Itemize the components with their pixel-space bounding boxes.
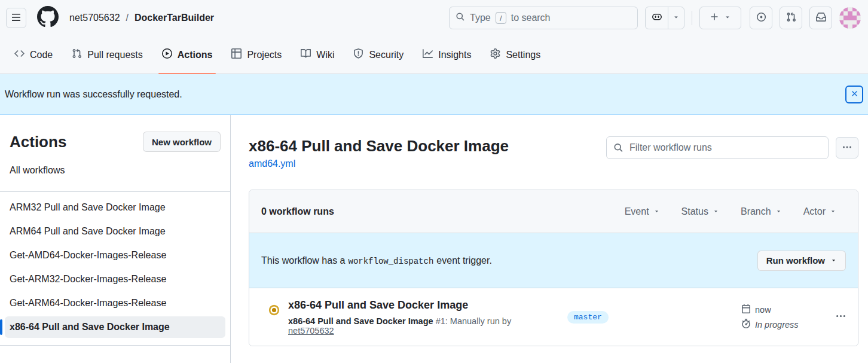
header-divider [692, 11, 692, 25]
new-workflow-button[interactable]: New workflow [143, 132, 221, 152]
run-branch-col: master [559, 311, 741, 324]
tab-label: Settings [506, 50, 540, 60]
tab-label: Insights [438, 50, 471, 60]
tab-actions[interactable]: Actions [156, 36, 219, 74]
breadcrumb: net5705632 / DockerTarBuilder [69, 13, 214, 23]
breadcrumb-separator: / [126, 13, 129, 23]
run-actor-link[interactable]: net5705632 [288, 326, 334, 335]
workflow-item[interactable]: ARM64 Pull and Save Docker Image [5, 221, 225, 242]
workflow-dispatch-notice: This workflow has aworkflow_dispatcheven… [249, 233, 858, 288]
run-workflow-button[interactable]: Run workflow [757, 251, 846, 271]
workflow-run-row[interactable]: x86-64 Pull and Save Docker Image x86-64… [249, 288, 858, 346]
chevron-down-icon [724, 13, 731, 23]
tab-label: Projects [247, 50, 282, 60]
filter-label: Branch [741, 206, 771, 217]
issues-button[interactable] [750, 7, 772, 29]
dispatch-prefix: This workflow has a [261, 255, 346, 266]
close-icon [850, 89, 859, 100]
workflow-runs-count: 0 workflow runs [261, 206, 334, 217]
top-header: net5705632 / DockerTarBuilder Type / to … [0, 0, 868, 36]
workflow-runs-box: 0 workflow runs Event Status Branch [249, 190, 858, 346]
all-workflows-link[interactable]: All workflows [0, 165, 230, 176]
page-title: x86-64 Pull and Save Docker Image [249, 136, 509, 155]
workflow-file-link[interactable]: amd64.yml [249, 158, 295, 169]
book-icon [301, 48, 311, 61]
workflow-item[interactable]: Get-ARM64-Docker-Images-Release [5, 292, 225, 314]
kebab-horizontal-icon [842, 142, 852, 154]
branch-badge[interactable]: master [567, 311, 609, 324]
global-search-input[interactable]: Type / to search [449, 7, 638, 29]
flash-close-button[interactable] [845, 86, 863, 103]
tab-projects[interactable]: Projects [225, 36, 288, 74]
github-logo[interactable] [37, 6, 59, 30]
sidebar-divider [0, 345, 230, 346]
run-main: x86-64 Pull and Save Docker Image x86-64… [288, 299, 559, 335]
chevron-down-icon [713, 206, 719, 217]
run-title-link[interactable]: x86-64 Pull and Save Docker Image [288, 299, 468, 311]
search-placeholder-prefix: Type [470, 13, 491, 23]
run-options-button[interactable] [828, 311, 846, 324]
tab-security[interactable]: Security [347, 36, 409, 74]
tab-wiki[interactable]: Wiki [295, 36, 340, 74]
filter-label: Status [681, 206, 708, 217]
breadcrumb-repo[interactable]: DockerTarBuilder [135, 13, 214, 23]
actions-sidebar: Actions New workflow All workflows ARM32… [0, 115, 231, 363]
chevron-down-icon [775, 206, 782, 217]
inbox-button[interactable] [809, 7, 832, 29]
run-duration: In progress [755, 320, 799, 330]
workflow-item[interactable]: ARM32 Pull and Save Docker Image [5, 197, 225, 218]
tab-pull-requests[interactable]: Pull requests [66, 36, 149, 74]
git-pull-request-icon [72, 48, 82, 61]
inbox-icon [816, 12, 826, 25]
filter-wrap [606, 136, 829, 159]
kebab-horizontal-icon [836, 313, 846, 323]
run-time: now [755, 305, 771, 315]
tab-label: Security [369, 50, 404, 60]
slash-key-hint: / [496, 12, 506, 24]
run-meta: now In progress [741, 304, 828, 330]
github-actions-page: net5705632 / DockerTarBuilder Type / to … [0, 0, 868, 363]
plus-icon [710, 12, 719, 24]
filter-label: Actor [803, 206, 826, 217]
dispatch-notice-text: This workflow has aworkflow_dispatcheven… [261, 255, 492, 266]
sidebar-title: Actions [10, 132, 66, 151]
flash-message: Workflow run was successfully requested. [5, 89, 182, 100]
pull-requests-button[interactable] [780, 7, 802, 29]
workflow-options-button[interactable] [836, 137, 858, 158]
shield-icon [353, 48, 363, 61]
status-filter-dropdown[interactable]: Status [681, 206, 719, 217]
branch-filter-dropdown[interactable]: Branch [741, 206, 782, 217]
search-icon [456, 12, 465, 24]
content-area: Actions New workflow All workflows ARM32… [0, 115, 868, 363]
tab-insights[interactable]: Insights [417, 36, 477, 74]
filter-workflow-runs-input[interactable] [606, 136, 829, 159]
workflow-item-selected[interactable]: x86-64 Pull and Save Docker Image [5, 316, 225, 338]
code-icon [14, 48, 25, 61]
copilot-button-group [645, 7, 684, 29]
event-filter-dropdown[interactable]: Event [625, 206, 660, 217]
workflow-item[interactable]: Get-AMD64-Docker-Images-Release [5, 245, 225, 266]
breadcrumb-owner[interactable]: net5705632 [69, 13, 120, 23]
three-bars-icon [11, 13, 21, 24]
play-icon [162, 48, 172, 61]
graph-icon [423, 48, 433, 61]
tab-settings[interactable]: Settings [484, 36, 546, 74]
tab-code[interactable]: Code [8, 36, 59, 74]
gear-icon [490, 48, 500, 61]
tab-label: Wiki [316, 50, 334, 60]
copilot-dropdown-button[interactable] [668, 7, 684, 29]
avatar[interactable] [839, 7, 861, 29]
copilot-button[interactable] [646, 7, 668, 29]
run-workflow-label: Run workflow [766, 255, 825, 266]
create-new-button[interactable] [699, 7, 741, 29]
chevron-down-icon [673, 13, 680, 23]
workflow-item[interactable]: Get-ARM32-Docker-Images-Release [5, 269, 225, 290]
runs-box-header: 0 workflow runs Event Status Branch [249, 190, 858, 233]
stopwatch-icon [741, 319, 751, 330]
hamburger-menu-button[interactable] [6, 8, 26, 28]
git-pull-request-icon [786, 12, 796, 25]
run-subtitle-name: x86-64 Pull and Save Docker Image [288, 316, 433, 326]
actor-filter-dropdown[interactable]: Actor [803, 206, 836, 217]
chevron-down-icon [830, 255, 837, 266]
tab-label: Actions [178, 50, 213, 60]
